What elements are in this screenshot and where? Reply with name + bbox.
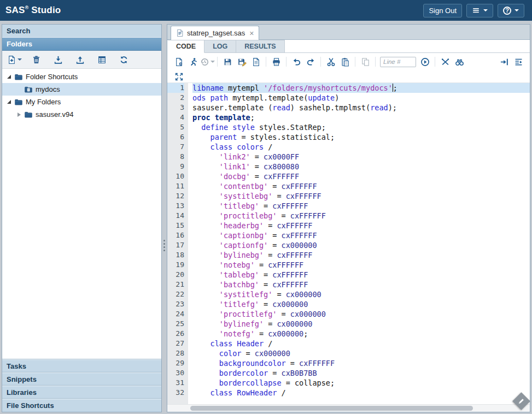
code-line-32[interactable]: class RowHeader / [192,388,530,398]
code-line-23[interactable]: 'titlefg' = cx000000 [192,299,530,309]
line-number: 7 [167,142,184,152]
cut-button[interactable] [324,55,338,68]
new-program-button[interactable] [172,55,186,68]
find-replace-button[interactable] [452,55,466,68]
code-area[interactable]: libname mytempl '/folders/myshortcuts/my… [188,83,530,404]
help-button[interactable] [498,4,524,17]
new-item-button[interactable] [8,53,21,66]
code-line-20[interactable]: 'tablebg' = cxFFFFFF [192,270,530,280]
tree-item-label: mydocs [36,85,60,93]
code-line-22[interactable]: 'systitlefg' = cx000000 [192,289,530,299]
code-line-24[interactable]: 'proctitlefg' = cx000000 [192,309,530,319]
code-line-18[interactable]: 'bylinebg' = cxFFFFFF [192,250,530,260]
tree-item-folder-shortcuts[interactable]: Folder Shortcuts [2,70,161,83]
insert-icon [500,57,509,67]
code-line-9[interactable]: 'link1' = cx800080 [192,162,530,171]
section-file-shortcuts[interactable]: File Shortcuts [2,399,161,412]
scrollbar-thumb[interactable] [190,406,473,411]
code-line-5[interactable]: define style styles.StatRep; [192,122,530,132]
tab-results[interactable]: RESULTS [236,40,284,53]
panel-splitter[interactable] [162,24,167,412]
folder-tree: Folder ShortcutsmydocsMy Folderssasuser.… [2,69,161,359]
toolbar-separator [375,57,376,67]
code-line-16[interactable]: 'captionbg' = cxFFFFFF [192,230,530,240]
code-line-2[interactable]: ods path mytempl.template(update) [192,93,530,103]
code-line-27[interactable]: class Header / [192,339,530,348]
toolbar-separator [320,57,321,67]
format-code-button[interactable] [511,55,525,68]
horizontal-scrollbar[interactable] [167,404,530,412]
code-line-10[interactable]: 'docbg' = cxFFFFFF [192,171,530,181]
header-actions: Sign Out [423,4,532,17]
paste-button[interactable] [338,55,352,68]
code-line-4[interactable]: proc template; [192,113,530,122]
line-number: 5 [167,122,184,132]
print-button[interactable] [269,55,283,68]
tab-log[interactable]: LOG [204,40,236,53]
paste-icon [341,57,350,67]
tree-item-sasuser-v94[interactable]: sasuser.v94 [2,108,161,121]
code-editor[interactable]: 1234567891011121314151617181920212223242… [167,82,530,404]
tab-statrep-tagset-sas[interactable]: statrep_tagset.sas [171,26,259,40]
sign-out-button[interactable]: Sign Out [423,4,462,17]
code-line-15[interactable]: 'headerbg' = cxFFFFFF [192,221,530,230]
code-line-7[interactable]: class colors / [192,142,530,152]
tab-code[interactable]: CODE [167,40,204,53]
code-line-28[interactable]: color = cx000000 [192,348,530,358]
tree-expanded-icon[interactable] [5,98,13,105]
goto-line-button[interactable] [418,55,432,68]
refresh-button[interactable] [117,53,130,66]
code-line-26[interactable]: 'notefg' = cx000000; [192,329,530,339]
close-icon[interactable] [249,29,254,37]
code-line-1[interactable]: libname mytempl '/folders/myshortcuts/my… [192,83,530,93]
save-as-button[interactable] [235,55,249,68]
code-line-21[interactable]: 'batchbg' = cxFFFFFF [192,280,530,289]
code-line-17[interactable]: 'captionfg' = cx000000 [192,240,530,250]
folders-toolbar [2,51,161,69]
code-line-14[interactable]: 'proctitlebg' = cxFFFFFF [192,211,530,221]
tree-item-mydocs[interactable]: mydocs [2,83,161,96]
run-button[interactable] [186,55,200,68]
app-menu-button[interactable] [466,4,493,17]
code-line-3[interactable]: sasuser.template (read) sashelp.tmplmst(… [192,103,530,113]
code-line-11[interactable]: 'contentbg' = cxFFFFFF [192,181,530,191]
properties-button[interactable] [95,53,108,66]
insert-code-button[interactable] [497,55,511,68]
program-icon [174,57,184,67]
code-line-6[interactable]: parent = styles.statistical; [192,132,530,142]
undo-button[interactable] [289,55,303,68]
section-folders[interactable]: Folders [2,38,161,51]
section-search[interactable]: Search [2,25,161,38]
code-line-13[interactable]: 'titlebg' = cxFFFFFF [192,201,530,211]
maximize-view-button[interactable] [172,70,186,83]
section-snippets[interactable]: Snippets [2,372,161,386]
line-number: 21 [167,280,184,289]
doc-tab-label: statrep_tagset.sas [187,29,245,37]
code-line-29[interactable]: backgroundcolor = cxFFFFFF [192,358,530,368]
tree-collapsed-icon[interactable] [15,111,22,118]
download-button[interactable] [51,53,65,66]
submission-history-button[interactable] [200,55,214,68]
delete-button[interactable] [30,53,43,66]
code-line-31[interactable]: bordercollapse = collapse; [192,378,530,388]
code-line-19[interactable]: 'notebg' = cxFFFFFF [192,260,530,270]
clear-code-button[interactable] [438,55,452,68]
toolbar-separator [266,57,266,67]
brand-text: SAS [5,5,25,15]
redo-button[interactable] [303,55,318,68]
code-line-8[interactable]: 'link2' = cx0000FF [192,152,530,162]
upload-button[interactable] [73,53,86,66]
line-number: 25 [167,319,184,329]
section-tasks[interactable]: Tasks [2,359,161,372]
code-line-30[interactable]: bordercolor = cxB0B7BB [192,368,530,378]
copy-button[interactable] [358,55,372,68]
section-libraries[interactable]: Libraries [2,386,161,399]
tree-expanded-icon[interactable] [5,73,13,80]
tree-item-my-folders[interactable]: My Folders [2,96,161,108]
code-line-25[interactable]: 'bylinefg' = cx000000 [192,319,530,329]
program-summary-button[interactable] [249,55,263,68]
line-number-input[interactable] [380,57,416,67]
save-button[interactable] [220,55,235,68]
code-line-12[interactable]: 'systitlebg' = cxFFFFFF [192,191,530,201]
line-number: 27 [167,339,184,348]
